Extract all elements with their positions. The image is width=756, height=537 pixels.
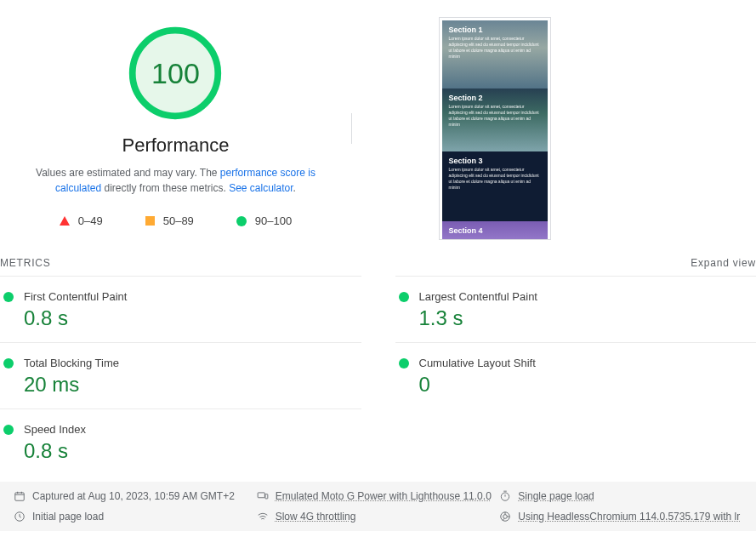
legend-fail-label: 0–49	[78, 214, 103, 227]
screenshot-thumbnail: Section 1 Lorem ipsum dolor sit amet, co…	[439, 17, 551, 240]
square-icon	[145, 216, 155, 226]
disclaimer: Values are estimated and may vary. The p…	[0, 165, 351, 196]
legend-fail: 0–49	[60, 214, 103, 227]
chrome-icon	[499, 511, 511, 523]
env-initial: Initial page load	[14, 511, 257, 523]
metric-cls-name: Cumulative Layout Shift	[419, 357, 536, 369]
metric-fcp-name: First Contentful Paint	[24, 290, 127, 303]
metric-lcp-name: Largest Contentful Paint	[419, 290, 537, 303]
metric-cls[interactable]: Cumulative Layout Shift 0	[395, 342, 757, 408]
metrics-heading: METRICS	[0, 257, 51, 269]
svg-point-5	[502, 493, 509, 500]
svg-rect-2	[15, 493, 25, 500]
svg-point-8	[503, 515, 508, 519]
status-dot-icon	[399, 292, 409, 302]
metric-si[interactable]: Speed Index 0.8 s	[0, 408, 361, 475]
expand-view-toggle[interactable]: Expand view	[691, 257, 756, 269]
score-gauge: 100	[126, 24, 225, 123]
gauge-title: Performance	[122, 134, 230, 157]
thumb-s2-text: Lorem ipsum dolor sit amet, consectetur …	[449, 104, 541, 128]
status-dot-icon	[3, 292, 14, 302]
thumb-s3-text: Lorem ipsum dolor sit amet, consectetur …	[449, 167, 541, 191]
timer-icon	[499, 490, 511, 502]
legend-pass-label: 90–100	[255, 214, 292, 227]
legend-avg: 50–89	[145, 214, 194, 227]
metric-tbt-name: Total Blocking Time	[24, 357, 119, 369]
thumb-s2-title: Section 2	[449, 94, 541, 102]
history-icon	[14, 511, 26, 523]
legend: 0–49 50–89 90–100	[60, 214, 292, 227]
env-initial-text: Initial page load	[32, 511, 104, 523]
devices-icon	[257, 490, 269, 502]
env-single-text: Single page load	[518, 490, 594, 502]
svg-rect-4	[265, 494, 268, 499]
thumb-s1-text: Lorem ipsum dolor sit amet, consectetur …	[449, 36, 541, 60]
metric-fcp-value: 0.8 s	[24, 306, 361, 330]
thumb-s4-title: Section 4	[449, 226, 541, 235]
env-ua: Using HeadlessChromium 114.0.5735.179 wi…	[499, 511, 742, 523]
env-ua-text: Using HeadlessChromium 114.0.5735.179 wi…	[518, 511, 740, 523]
score-value: 100	[126, 24, 225, 123]
metric-lcp[interactable]: Largest Contentful Paint 1.3 s	[395, 276, 757, 342]
status-dot-icon	[399, 358, 409, 368]
status-dot-icon	[3, 358, 14, 368]
env-throttle-text: Slow 4G throttling	[276, 511, 356, 523]
legend-pass: 90–100	[236, 214, 292, 227]
metric-tbt[interactable]: Total Blocking Time 20 ms	[0, 342, 361, 408]
status-dot-icon	[3, 425, 14, 435]
env-emulated: Emulated Moto G Power with Lighthouse 11…	[257, 490, 500, 502]
env-captured: Captured at Aug 10, 2023, 10:59 AM GMT+2	[14, 490, 257, 502]
metric-fcp[interactable]: First Contentful Paint 0.8 s	[0, 276, 361, 342]
thumb-s3-title: Section 3	[449, 157, 541, 165]
legend-avg-label: 50–89	[163, 214, 194, 227]
disclaimer-text-1: Values are estimated and may vary. The	[36, 167, 220, 179]
svg-rect-3	[258, 493, 264, 498]
disclaimer-text-3: .	[293, 182, 296, 194]
calendar-icon	[14, 490, 26, 502]
disclaimer-text-2: directly from these metrics.	[101, 182, 229, 194]
metric-tbt-value: 20 ms	[24, 373, 361, 397]
calc-link-2[interactable]: See calculator	[229, 182, 293, 194]
env-throttle: Slow 4G throttling	[257, 511, 500, 523]
circle-icon	[236, 216, 247, 226]
metric-cls-value: 0	[419, 373, 757, 397]
metric-si-value: 0.8 s	[24, 439, 361, 463]
metric-si-name: Speed Index	[24, 423, 86, 436]
env-emulated-text: Emulated Moto G Power with Lighthouse 11…	[276, 490, 492, 502]
triangle-icon	[60, 216, 70, 226]
wifi-icon	[257, 511, 269, 523]
metric-lcp-value: 1.3 s	[419, 306, 757, 330]
thumb-s1-title: Section 1	[449, 26, 541, 34]
env-single: Single page load	[499, 490, 742, 502]
env-captured-text: Captured at Aug 10, 2023, 10:59 AM GMT+2	[32, 490, 235, 502]
